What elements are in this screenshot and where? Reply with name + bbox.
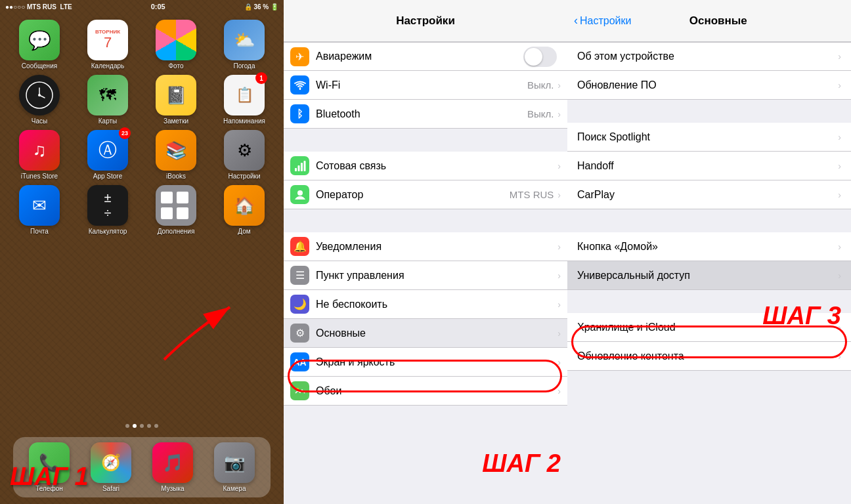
bgrefresh-label: Обновление контента <box>577 350 838 362</box>
page-dot-2 <box>133 424 137 428</box>
settings-nav: Настройки <box>284 0 567 42</box>
app-weather[interactable]: ⛅ Погода <box>214 20 274 70</box>
app-row-2: Часы 🗺 Карты 📓 Заметки 📋 1 Напоминания <box>5 75 278 125</box>
accessibility-label: Универсальный доступ <box>577 270 838 282</box>
app-home[interactable]: 🏠 Дом <box>214 185 274 235</box>
dock-camera-icon: 📷 <box>214 442 255 483</box>
display-chevron: › <box>557 357 561 368</box>
general-list: Об этом устройстве › Обновление ПО › Пои… <box>567 42 851 504</box>
app-notes[interactable]: 📓 Заметки <box>146 75 206 125</box>
app-settings-label: Настройки <box>228 173 260 180</box>
general-item-bgrefresh[interactable]: Обновление контента › <box>567 342 851 371</box>
general-item-handoff[interactable]: Handoff › <box>567 152 851 180</box>
handoff-chevron: › <box>838 161 841 171</box>
settings-item-operator[interactable]: Оператор MTS RUS › <box>284 180 567 209</box>
cellular-chevron: › <box>557 161 561 171</box>
app-reminders[interactable]: 📋 1 Напоминания <box>214 75 274 125</box>
page-dot-4 <box>147 424 151 428</box>
settings-item-dnd[interactable]: 🌙 Не беспокоить › <box>284 290 567 319</box>
nav-back-button[interactable]: ‹ Настройки <box>574 14 631 28</box>
app-calendar-label: Календарь <box>91 62 124 70</box>
app-maps[interactable]: 🗺 Карты <box>77 75 138 125</box>
app-extras[interactable]: Дополнения <box>146 185 206 235</box>
app-photos-icon <box>156 20 196 60</box>
settings-item-bluetooth[interactable]: ᛒ Bluetooth Выкл. › <box>284 100 567 129</box>
dock-safari[interactable]: 🧭 Safari <box>81 442 141 492</box>
page-dot-3 <box>140 424 144 428</box>
app-calendar[interactable]: вторник 7 Календарь <box>77 20 138 70</box>
app-reminders-label: Напоминания <box>223 117 265 125</box>
dock-music-label: Музыка <box>161 485 184 492</box>
app-calc-label: Калькулятор <box>89 228 127 235</box>
bluetooth-icon: ᛒ <box>290 104 309 123</box>
gap-2 <box>567 209 851 232</box>
section-gap <box>284 129 567 152</box>
app-calc-icon: ±÷ <box>87 185 128 226</box>
operator-label: Оператор <box>316 189 510 201</box>
page-dot-5 <box>154 424 158 428</box>
app-ibooks[interactable]: 📚 iBooks <box>146 130 206 180</box>
airplane-toggle[interactable] <box>523 47 557 67</box>
app-mail[interactable]: ✉ Почта <box>9 185 70 235</box>
app-row-3: ♫ iTunes Store Ⓐ 23 App Store 📚 iBooks ⚙… <box>5 130 278 180</box>
homebutton-label: Кнопка «Домой» <box>577 241 838 253</box>
app-itunes[interactable]: ♫ iTunes Store <box>9 130 70 180</box>
control-label: Пункт управления <box>316 270 557 282</box>
general-item-spotlight[interactable]: Поиск Spotlight › <box>567 123 851 152</box>
dock-safari-label: Safari <box>102 485 120 492</box>
settings-item-control[interactable]: ☰ Пункт управления › <box>284 261 567 290</box>
dock-music[interactable]: 🎵 Музыка <box>142 442 203 492</box>
carplay-chevron: › <box>838 190 841 200</box>
wallpaper-chevron: › <box>557 386 561 396</box>
wallpaper-label: Обои <box>316 385 557 397</box>
settings-item-notifications[interactable]: 🔔 Уведомления › <box>284 232 567 261</box>
app-ibooks-label: iBooks <box>166 173 186 180</box>
app-clock[interactable]: Часы <box>9 75 70 125</box>
app-weather-label: Погода <box>234 62 255 70</box>
wifi-label: Wi-Fi <box>316 79 527 91</box>
app-itunes-icon: ♫ <box>19 130 60 171</box>
general-item-carplay[interactable]: CarPlay › <box>567 180 851 209</box>
svg-rect-6 <box>297 165 299 171</box>
step1-label: ШАГ 1 <box>10 463 89 491</box>
wifi-icon <box>290 75 309 94</box>
notifications-label: Уведомления <box>316 241 557 253</box>
general-item-update[interactable]: Обновление ПО › <box>567 71 851 100</box>
general-item-about[interactable]: Об этом устройстве › <box>567 42 851 71</box>
carrier-signal: ●●○○○ MTS RUS LTE <box>5 3 72 10</box>
app-extras-label: Дополнения <box>158 228 195 235</box>
dock-camera[interactable]: 📷 Камера <box>204 442 265 492</box>
app-calc[interactable]: ±÷ Калькулятор <box>77 185 138 235</box>
app-photos[interactable]: Фото <box>146 20 206 70</box>
control-icon: ☰ <box>290 266 309 285</box>
airplane-label: Авиарежим <box>316 51 523 62</box>
app-home-icon: 🏠 <box>224 185 265 226</box>
settings-item-display[interactable]: AA Экран и яркость › <box>284 348 567 377</box>
app-clock-icon <box>19 75 60 116</box>
settings-item-general[interactable]: ⚙ Основные › <box>284 319 567 348</box>
chevron-back-icon: ‹ <box>574 14 578 28</box>
app-messages-label: Сообщения <box>22 62 57 70</box>
settings-item-wallpaper[interactable]: Обои › <box>284 377 567 406</box>
update-label: Обновление ПО <box>577 79 838 91</box>
general-item-homebutton[interactable]: Кнопка «Домой» › <box>567 232 851 261</box>
settings-item-airplane[interactable]: ✈ Авиарежим <box>284 42 567 71</box>
spotlight-chevron: › <box>838 132 841 142</box>
general-panel: ‹ Настройки Основные Об этом устройстве … <box>567 0 851 504</box>
dnd-chevron: › <box>557 299 561 310</box>
app-settings[interactable]: ⚙ Настройки <box>214 130 274 180</box>
accessibility-chevron: › <box>838 270 841 281</box>
nav-back-label: Настройки <box>580 15 631 27</box>
app-clock-label: Часы <box>32 117 47 125</box>
time-display: 0:05 <box>151 3 165 10</box>
app-messages[interactable]: 💬 Сообщения <box>9 20 70 70</box>
settings-item-wifi[interactable]: Wi-Fi Выкл. › <box>284 71 567 100</box>
general-item-accessibility[interactable]: Универсальный доступ › <box>567 261 851 290</box>
app-appstore[interactable]: Ⓐ 23 App Store <box>77 130 138 180</box>
svg-point-11 <box>296 388 299 390</box>
app-weather-icon: ⛅ <box>224 20 265 60</box>
svg-rect-5 <box>295 168 297 171</box>
settings-item-cellular[interactable]: Сотовая связь › <box>284 152 567 180</box>
reminders-badge: 1 <box>255 72 267 84</box>
app-messages-icon: 💬 <box>19 20 60 60</box>
